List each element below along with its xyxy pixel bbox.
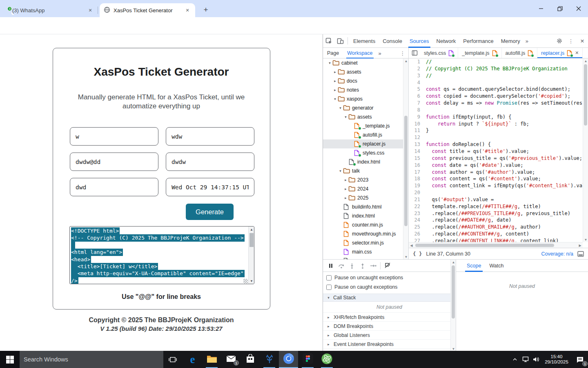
step-into-icon[interactable] <box>347 261 357 271</box>
tree-item-index.html[interactable]: index.html <box>323 157 408 166</box>
nav-more-chevron[interactable]: » <box>377 50 383 56</box>
tree-item-generator[interactable]: ▾generator <box>323 103 408 112</box>
line-number[interactable]: 6 <box>409 93 426 100</box>
step-out-icon[interactable] <box>357 261 368 271</box>
tree-item-counter.min.js[interactable]: counter.min.js <box>323 220 408 229</box>
browser-tab-inactive[interactable]: 3(3) WhatsApp✕ <box>5 3 98 17</box>
scroll-down-icon[interactable]: ▼ <box>249 278 254 284</box>
line-number[interactable]: 13 <box>409 141 426 148</box>
title-field[interactable] <box>70 127 158 146</box>
tree-item-_template.js[interactable]: _template.js <box>323 121 408 130</box>
taskbar-app-figma-icon[interactable] <box>298 351 317 368</box>
tray-chevron-icon[interactable] <box>510 351 520 368</box>
line-number[interactable]: 23 <box>409 210 426 217</box>
tree-item-2025[interactable]: ▸2025 <box>323 193 408 202</box>
line-number[interactable]: 19 <box>409 182 426 189</box>
tab-close-icon[interactable]: ✕ <box>184 7 191 14</box>
taskbar-app-atom-icon[interactable] <box>317 351 336 368</box>
debugger-scrollbar[interactable]: ▲ ▼ <box>450 260 456 351</box>
scrollbar-thumb[interactable] <box>415 244 554 247</box>
coverage-link[interactable]: Coverage: n/a <box>541 251 573 257</box>
pause-icon[interactable] <box>325 261 336 271</box>
tree-item-buildinfo.html[interactable]: buildinfo.html <box>323 202 408 211</box>
more-tabs-chevron[interactable]: » <box>524 38 530 44</box>
tree-item-notes[interactable]: ▸notes <box>323 85 408 94</box>
editor-tab-_template.js[interactable]: _template.js <box>458 48 501 58</box>
generate-button[interactable]: Generate <box>186 204 234 220</box>
line-number[interactable]: 24 <box>409 217 426 224</box>
line-number[interactable]: 8 <box>409 107 426 114</box>
expand-arrow-icon[interactable]: ▸ <box>332 79 338 83</box>
tray-clock[interactable]: 15:40 29/10/2025 <box>541 354 572 365</box>
scroll-up-icon[interactable]: ▲ <box>249 227 254 232</box>
line-number[interactable]: 17 <box>409 169 426 176</box>
expand-arrow-icon[interactable]: ▾ <box>327 61 332 65</box>
volume-icon[interactable] <box>531 351 541 368</box>
scroll-up-icon[interactable]: ▲ <box>583 58 588 63</box>
deactivate-breakpoints-icon[interactable] <box>382 261 393 271</box>
devtools-close-icon[interactable]: ✕ <box>577 36 588 46</box>
line-number[interactable]: 15 <box>409 155 426 162</box>
action-center-icon[interactable]: 1 <box>572 351 588 368</box>
devtools-tab-memory[interactable]: Memory <box>497 34 524 48</box>
expand-arrow-icon[interactable]: ▾ <box>343 115 348 119</box>
checkbox[interactable] <box>326 285 332 290</box>
previous-title-field[interactable] <box>166 127 254 146</box>
expand-arrow-icon[interactable]: ▾ <box>338 106 343 110</box>
taskbar-app-edge-icon[interactable]: e <box>183 351 202 368</box>
scrollbar-thumb[interactable] <box>249 233 254 247</box>
step-icon[interactable] <box>368 261 379 271</box>
date-field[interactable] <box>166 178 254 196</box>
scroll-up-icon[interactable]: ▲ <box>403 58 409 63</box>
devtools-tab-elements[interactable]: Elements <box>350 34 379 48</box>
tree-item-index.html[interactable]: index.html <box>323 211 408 220</box>
line-number[interactable]: 4 <box>409 79 426 86</box>
author-email-field[interactable] <box>70 153 158 171</box>
scroll-down-icon[interactable]: ▼ <box>403 254 409 259</box>
expand-arrow-icon[interactable]: ▸ <box>343 178 348 182</box>
taskbar-app-mail-icon[interactable]: 1 <box>221 351 241 368</box>
settings-gear-icon[interactable] <box>554 36 565 46</box>
browser-tab-active[interactable]: XasPos Ticket Generator✕ <box>100 3 195 17</box>
tree-item-talk[interactable]: ▾talk <box>323 166 408 175</box>
expand-arrow-icon[interactable]: ▾ <box>338 169 343 173</box>
code-vertical-scrollbar[interactable]: ▲ ▼ <box>583 58 588 242</box>
nav-menu-icon[interactable]: ⋮ <box>397 50 409 56</box>
devtools-menu-icon[interactable]: ⋮ <box>565 36 577 46</box>
expand-arrow-icon[interactable]: ▸ <box>343 196 348 200</box>
tree-item-main.css[interactable]: main.css <box>323 247 408 256</box>
tree-item-autofill.js[interactable]: autofill.js <box>323 130 408 139</box>
line-number[interactable]: 20 <box>409 189 426 196</box>
device-toolbar-icon[interactable] <box>334 36 346 46</box>
output-textarea[interactable]: <!DOCTYPE html><!-- Copyright (C) 2025 T… <box>69 226 254 284</box>
tab-watch[interactable]: Watch <box>486 260 507 272</box>
tree-item-xaspos[interactable]: ▾xaspos <box>323 94 408 103</box>
line-number[interactable]: 7 <box>409 100 426 107</box>
devtools-tab-network[interactable]: Network <box>433 34 460 48</box>
scroll-down-icon[interactable]: ▼ <box>583 237 588 242</box>
editor-tab-autofill.js[interactable]: autofill.js <box>502 48 538 58</box>
section-xhr-fetch-breakpoints[interactable]: ▸XHR/fetch Breakpoints <box>323 312 456 321</box>
navigator-toggle-icon[interactable] <box>409 48 420 58</box>
tree-item-movethrough.min.js[interactable]: movethrough.min.js <box>323 229 408 238</box>
line-number[interactable]: 14 <box>409 148 426 155</box>
line-number[interactable]: 12 <box>409 134 426 141</box>
new-tab-button[interactable]: + <box>201 5 211 15</box>
tree-item-cabinet[interactable]: ▾cabinet <box>323 58 408 67</box>
expand-arrow-icon[interactable]: ▸ <box>332 70 338 74</box>
tree-item-styles.css[interactable]: styles.css <box>323 148 408 157</box>
tree-item-selector.min.js[interactable]: selector.min.js <box>323 238 408 247</box>
tree-item-partial[interactable] <box>323 256 408 259</box>
line-number[interactable]: 5 <box>409 86 426 93</box>
restore-icon[interactable] <box>550 0 569 17</box>
line-number[interactable]: 1 <box>409 58 426 65</box>
format-braces-icon[interactable]: { } <box>413 251 422 257</box>
tree-item-assets[interactable]: ▸assets <box>323 67 408 76</box>
start-button[interactable] <box>0 351 20 368</box>
taskbar-app-coral-icon[interactable] <box>260 351 279 368</box>
taskbar-app-file-explorer-icon[interactable] <box>202 351 221 368</box>
code-horizontal-scrollbar[interactable]: ◀ ▶ <box>409 242 583 248</box>
editor-tab-styles.css[interactable]: styles.css <box>420 48 458 58</box>
task-view-icon[interactable] <box>165 351 181 368</box>
checkbox[interactable] <box>326 275 332 280</box>
